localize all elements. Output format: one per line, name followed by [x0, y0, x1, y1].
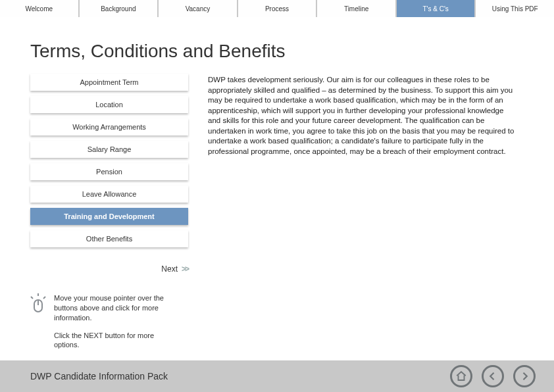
tab-label: Background [101, 5, 136, 12]
sidebar-label: Pension [96, 168, 122, 176]
footer-navigation [450, 365, 536, 387]
hint-line-1: Move your mouse pointer over the buttons… [54, 293, 172, 323]
tab-bar: Welcome Background Vacancy Process Timel… [0, 0, 554, 17]
tab-vacancy[interactable]: Vacancy [159, 0, 237, 17]
sidebar-label: Appointment Term [80, 78, 138, 86]
arrow-right-icon [518, 370, 530, 382]
sidebar-item-working-arrangements[interactable]: Working Arrangements [30, 118, 188, 135]
hint-block: Move your mouse pointer over the buttons… [30, 293, 188, 358]
tab-background[interactable]: Background [80, 0, 158, 17]
prev-button[interactable] [482, 365, 504, 387]
tab-label: Vacancy [186, 5, 211, 12]
tab-timeline[interactable]: Timeline [317, 0, 395, 17]
page-title: Terms, Conditions and Benefits [30, 41, 524, 62]
tab-process[interactable]: Process [238, 0, 316, 17]
tab-using-this-pdf[interactable]: Using This PDF [476, 0, 554, 17]
sidebar-label: Salary Range [88, 145, 132, 153]
tab-label: Using This PDF [492, 5, 538, 12]
sidebar-item-other-benefits[interactable]: Other Benefits [30, 230, 188, 247]
sidebar-item-appointment-term[interactable]: Appointment Term [30, 74, 188, 91]
body-paragraph: DWP takes development seriously. Our aim… [208, 74, 524, 358]
tab-label: Welcome [26, 5, 53, 12]
next-button[interactable]: Next >> [30, 264, 188, 274]
tab-label: Process [265, 5, 289, 12]
sidebar-item-location[interactable]: Location [30, 96, 188, 113]
sidebar-label: Other Benefits [86, 235, 132, 243]
sidebar-item-leave-allowance[interactable]: Leave Allowance [30, 185, 188, 203]
next-label: Next [161, 264, 178, 274]
sidebar-label: Working Arrangements [72, 123, 146, 131]
sidebar: Appointment Term Location Working Arrang… [30, 74, 188, 358]
footer: DWP Candidate Information Pack [0, 360, 554, 392]
mouse-pointer-icon [30, 293, 46, 358]
sidebar-item-salary-range[interactable]: Salary Range [30, 141, 188, 158]
next-page-button[interactable] [513, 365, 536, 387]
tab-ts-and-cs[interactable]: T's & C's [397, 0, 475, 17]
tab-welcome[interactable]: Welcome [0, 0, 78, 17]
home-button[interactable] [450, 365, 472, 387]
chevron-right-icon: >> [182, 264, 188, 274]
tab-label: Timeline [344, 5, 368, 12]
tab-label: T's & C's [422, 5, 448, 12]
footer-title: DWP Candidate Information Pack [30, 371, 168, 381]
home-icon [455, 370, 467, 382]
hint-line-2: Click the NEXT button for more options. [54, 331, 172, 351]
arrow-left-icon [487, 370, 499, 382]
sidebar-item-training-development[interactable]: Training and Development [30, 208, 188, 225]
sidebar-label: Training and Development [64, 212, 155, 220]
sidebar-label: Location [95, 101, 123, 109]
sidebar-label: Leave Allowance [82, 190, 137, 198]
sidebar-item-pension[interactable]: Pension [30, 163, 188, 180]
